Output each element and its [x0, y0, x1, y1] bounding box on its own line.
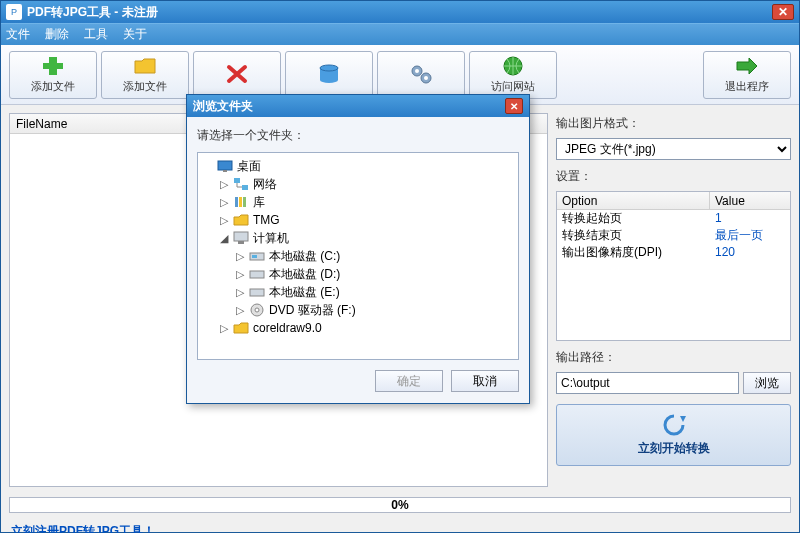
settings-button[interactable]	[377, 51, 465, 99]
tree-item-desktop[interactable]: 桌面	[200, 157, 516, 175]
format-label: 输出图片格式：	[556, 115, 791, 132]
expand-icon[interactable]: ▷	[234, 269, 245, 280]
titlebar: P PDF转JPG工具 - 未注册 ✕	[1, 1, 799, 23]
tree-item-disk-c[interactable]: ▷本地磁盘 (C:)	[200, 247, 516, 265]
dialog-titlebar: 浏览文件夹 ✕	[187, 95, 529, 117]
app-icon: P	[6, 4, 22, 20]
exit-button[interactable]: 退出程序	[703, 51, 791, 99]
svg-point-5	[415, 69, 419, 73]
svg-rect-1	[43, 63, 63, 69]
collapse-icon[interactable]: ◢	[218, 233, 229, 244]
tree-item-library[interactable]: ▷库	[200, 193, 516, 211]
globe-icon	[501, 55, 525, 77]
folder-icon	[233, 321, 249, 335]
refresh-icon	[660, 413, 688, 437]
tree-item-computer[interactable]: ◢计算机	[200, 229, 516, 247]
blank-icon	[202, 161, 213, 172]
value-header: Value	[710, 192, 790, 209]
dvd-icon	[249, 303, 265, 317]
x-icon	[225, 63, 249, 85]
svg-rect-19	[252, 255, 257, 258]
menu-delete[interactable]: 删除	[45, 26, 69, 43]
computer-icon	[233, 231, 249, 245]
tree-item-tmg[interactable]: ▷TMG	[200, 211, 516, 229]
format-select[interactable]: JPEG 文件(*.jpg)	[556, 138, 791, 160]
tree-item-dvd-f[interactable]: ▷DVD 驱动器 (F:)	[200, 301, 516, 319]
menu-file[interactable]: 文件	[6, 26, 30, 43]
add-folder-button[interactable]: 添加文件	[101, 51, 189, 99]
window-title: PDF转JPG工具 - 未注册	[27, 4, 772, 21]
svg-rect-12	[242, 185, 248, 190]
svg-point-7	[424, 76, 428, 80]
menu-tools[interactable]: 工具	[84, 26, 108, 43]
footer: 立刻注册PDF转JPG工具！	[1, 515, 799, 533]
ok-button[interactable]: 确定	[375, 370, 443, 392]
expand-icon[interactable]: ▷	[218, 215, 229, 226]
expand-icon[interactable]: ▷	[218, 197, 229, 208]
svg-rect-9	[218, 161, 232, 170]
expand-icon[interactable]: ▷	[234, 251, 245, 262]
delete-button[interactable]	[193, 51, 281, 99]
tree-item-disk-d[interactable]: ▷本地磁盘 (D:)	[200, 265, 516, 283]
browse-button[interactable]: 浏览	[743, 372, 791, 394]
svg-rect-16	[234, 232, 248, 241]
path-label: 输出路径：	[556, 349, 791, 366]
svg-rect-17	[238, 241, 244, 244]
arrow-right-icon	[735, 55, 759, 77]
add-file-button[interactable]: 添加文件	[9, 51, 97, 99]
progress-bar: 0%	[9, 497, 791, 513]
table-row[interactable]: 转换起始页1	[557, 210, 790, 227]
menubar: 文件 删除 工具 关于	[1, 23, 799, 45]
svg-rect-14	[239, 197, 242, 207]
clear-button[interactable]	[285, 51, 373, 99]
expand-icon[interactable]: ▷	[218, 179, 229, 190]
gear-icon	[409, 63, 433, 85]
browse-folder-dialog: 浏览文件夹 ✕ 请选择一个文件夹： 桌面 ▷网络 ▷库 ▷TMG ◢计算机 ▷本…	[186, 94, 530, 404]
register-link[interactable]: 立刻注册PDF转JPG工具！	[11, 524, 155, 533]
settings-panel: 输出图片格式： JPEG 文件(*.jpg) 设置： Option Value …	[556, 113, 791, 487]
expand-icon[interactable]: ▷	[234, 287, 245, 298]
option-header: Option	[557, 192, 710, 209]
tree-item-coreldraw[interactable]: ▷coreldraw9.0	[200, 319, 516, 337]
drive-icon	[249, 267, 265, 281]
drive-icon	[249, 249, 265, 263]
expand-icon[interactable]: ▷	[218, 323, 229, 334]
menu-about[interactable]: 关于	[123, 26, 147, 43]
drive-icon	[249, 285, 265, 299]
folder-icon	[233, 213, 249, 227]
output-path-input[interactable]	[556, 372, 739, 394]
tree-item-network[interactable]: ▷网络	[200, 175, 516, 193]
visit-website-button[interactable]: 访问网站	[469, 51, 557, 99]
svg-rect-20	[250, 271, 264, 278]
settings-label: 设置：	[556, 168, 791, 185]
folder-icon	[133, 55, 157, 77]
network-icon	[233, 177, 249, 191]
close-icon[interactable]: ✕	[772, 4, 794, 20]
table-row[interactable]: 转换结束页最后一页	[557, 227, 790, 244]
svg-rect-15	[243, 197, 246, 207]
close-icon[interactable]: ✕	[505, 98, 523, 114]
dialog-prompt: 请选择一个文件夹：	[197, 127, 519, 144]
plus-icon	[41, 55, 65, 77]
svg-point-23	[255, 308, 259, 312]
svg-rect-10	[223, 170, 227, 172]
table-row[interactable]: 输出图像精度(DPI)120	[557, 244, 790, 261]
svg-rect-21	[250, 289, 264, 296]
expand-icon[interactable]: ▷	[234, 305, 245, 316]
svg-rect-11	[234, 178, 240, 183]
progress-text: 0%	[391, 498, 408, 512]
convert-button[interactable]: 立刻开始转换	[556, 404, 791, 466]
dialog-title: 浏览文件夹	[193, 98, 505, 115]
progress-row: 0%	[1, 495, 799, 515]
options-table: Option Value 转换起始页1 转换结束页最后一页 输出图像精度(DPI…	[556, 191, 791, 341]
library-icon	[233, 195, 249, 209]
folder-tree[interactable]: 桌面 ▷网络 ▷库 ▷TMG ◢计算机 ▷本地磁盘 (C:) ▷本地磁盘 (D:…	[197, 152, 519, 360]
database-icon	[317, 63, 341, 85]
tree-item-disk-e[interactable]: ▷本地磁盘 (E:)	[200, 283, 516, 301]
svg-rect-13	[235, 197, 238, 207]
cancel-button[interactable]: 取消	[451, 370, 519, 392]
desktop-icon	[217, 159, 233, 173]
